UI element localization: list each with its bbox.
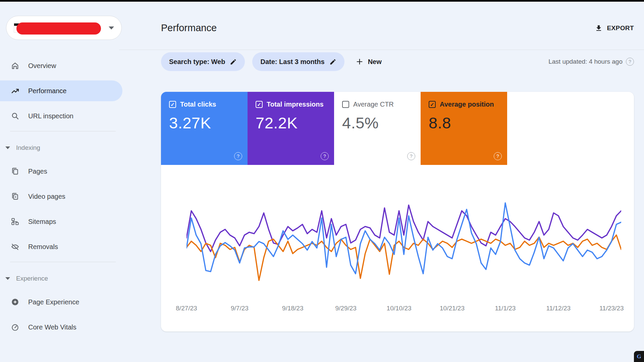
last-updated: Last updated: 4 hours ago ? bbox=[548, 58, 634, 66]
help-icon[interactable]: ? bbox=[321, 152, 329, 160]
sidebar-item-removals[interactable]: Removals bbox=[0, 236, 122, 257]
sidebar-item-label: URL inspection bbox=[28, 112, 73, 120]
metric-card-average-position[interactable]: ✓ Average position 8.8 ? bbox=[421, 92, 507, 165]
property-selector[interactable] bbox=[6, 16, 122, 40]
search-icon bbox=[11, 112, 19, 120]
x-tick-label: 11/23/23 bbox=[599, 305, 624, 312]
grammarly-icon[interactable]: G bbox=[634, 351, 644, 362]
x-tick-label: 9/7/23 bbox=[231, 305, 249, 312]
pencil-icon bbox=[329, 58, 336, 65]
metric-label: Average CTR bbox=[353, 101, 394, 108]
export-label: EXPORT bbox=[607, 24, 634, 32]
filter-chip-search-type[interactable]: Search type: Web bbox=[161, 52, 245, 71]
redaction-scribble bbox=[16, 22, 101, 35]
search-console-app: Overview Performance URL inspection Inde… bbox=[0, 0, 644, 362]
metric-value: 4.5% bbox=[342, 114, 413, 132]
pages-icon bbox=[11, 167, 19, 176]
metric-label: Average position bbox=[440, 101, 494, 108]
line-chart[interactable] bbox=[186, 171, 621, 300]
section-label: Experience bbox=[16, 275, 48, 282]
sidebar-section-experience[interactable]: Experience bbox=[0, 271, 126, 286]
metric-label: Total impressions bbox=[267, 101, 324, 108]
help-icon[interactable]: ? bbox=[494, 152, 502, 160]
page-experience-icon bbox=[11, 298, 19, 306]
window-top-bar bbox=[0, 0, 644, 2]
x-tick-label: 10/21/23 bbox=[440, 305, 465, 312]
sidebar-section-indexing[interactable]: Indexing bbox=[0, 140, 126, 156]
sidebar-item-performance[interactable]: Performance bbox=[0, 80, 122, 101]
sitemap-icon bbox=[11, 217, 19, 226]
x-tick-label: 11/12/23 bbox=[546, 305, 571, 312]
sidebar-item-label: Pages bbox=[28, 168, 47, 175]
header-divider bbox=[119, 50, 644, 50]
new-label: New bbox=[368, 58, 382, 66]
checkbox-checked-icon[interactable]: ✓ bbox=[169, 101, 176, 108]
x-tick-label: 10/10/23 bbox=[387, 305, 412, 312]
chip-label: Date: Last 3 months bbox=[260, 58, 324, 66]
performance-chart[interactable]: 8/27/23 9/7/23 9/18/23 9/29/23 10/10/23 … bbox=[186, 171, 621, 314]
last-updated-text: Last updated: 4 hours ago bbox=[548, 58, 623, 65]
new-filter-button[interactable]: New bbox=[356, 58, 382, 66]
x-tick-label: 9/29/23 bbox=[335, 305, 357, 312]
metric-value: 8.8 bbox=[429, 114, 499, 132]
chevron-down-icon bbox=[5, 146, 10, 149]
sidebar-item-label: Performance bbox=[28, 87, 67, 95]
x-axis-labels: 8/27/23 9/7/23 9/18/23 9/29/23 10/10/23 … bbox=[186, 300, 621, 314]
sidebar-item-sitemaps[interactable]: Sitemaps bbox=[0, 211, 122, 232]
section-label: Indexing bbox=[16, 144, 40, 152]
filter-chip-date[interactable]: Date: Last 3 months bbox=[252, 52, 344, 71]
sidebar-item-video-pages[interactable]: Video pages bbox=[0, 186, 122, 207]
sidebar-item-label: Page Experience bbox=[28, 298, 79, 306]
x-tick-label: 11/1/23 bbox=[495, 305, 516, 312]
metric-card-total-clicks[interactable]: ✓ Total clicks 3.27K ? bbox=[161, 92, 248, 165]
metric-value: 72.2K bbox=[256, 114, 326, 132]
chip-label: Search type: Web bbox=[169, 58, 225, 66]
sidebar-item-page-experience[interactable]: Page Experience bbox=[0, 292, 122, 312]
export-button[interactable]: EXPORT bbox=[595, 24, 634, 32]
pencil-icon bbox=[230, 58, 237, 65]
chevron-down-icon bbox=[5, 277, 10, 280]
sidebar-nav: Overview Performance URL inspection Inde… bbox=[0, 55, 126, 338]
help-icon[interactable]: ? bbox=[626, 58, 634, 66]
eye-off-icon bbox=[11, 242, 19, 251]
series-total-clicks bbox=[186, 203, 621, 274]
filter-row: Search type: Web Date: Last 3 months New… bbox=[161, 52, 634, 71]
series-average-position bbox=[186, 235, 621, 280]
x-tick-label: 8/27/23 bbox=[176, 305, 197, 312]
sidebar-item-label: Overview bbox=[28, 62, 56, 70]
sidebar: Overview Performance URL inspection Inde… bbox=[0, 2, 126, 362]
checkbox-checked-icon[interactable]: ✓ bbox=[256, 101, 263, 108]
sidebar-item-label: Sitemaps bbox=[28, 218, 56, 226]
checkbox-checked-icon[interactable]: ✓ bbox=[429, 101, 436, 108]
sidebar-item-overview[interactable]: Overview bbox=[0, 55, 122, 76]
help-icon[interactable]: ? bbox=[234, 152, 242, 160]
page-title: Performance bbox=[161, 22, 217, 34]
sidebar-item-label: Video pages bbox=[28, 193, 65, 200]
checkbox-unchecked-icon[interactable] bbox=[342, 101, 349, 108]
trending-up-icon bbox=[11, 86, 19, 95]
chevron-down-icon bbox=[109, 26, 114, 29]
sidebar-divider bbox=[10, 131, 116, 131]
x-tick-label: 9/18/23 bbox=[282, 305, 303, 312]
metric-cards: ✓ Total clicks 3.27K ? ✓ Total impressio… bbox=[161, 92, 634, 165]
sidebar-item-label: Removals bbox=[28, 243, 58, 251]
download-icon bbox=[595, 24, 603, 32]
gauge-icon bbox=[11, 323, 19, 331]
metric-card-total-impressions[interactable]: ✓ Total impressions 72.2K ? bbox=[248, 92, 334, 165]
sidebar-divider bbox=[10, 262, 116, 262]
sidebar-item-core-web-vitals[interactable]: Core Web Vitals bbox=[0, 317, 122, 338]
sidebar-item-pages[interactable]: Pages bbox=[0, 161, 122, 182]
main-content: Performance EXPORT Search type: Web Date… bbox=[126, 2, 644, 362]
home-icon bbox=[11, 61, 19, 70]
performance-panel: ✓ Total clicks 3.27K ? ✓ Total impressio… bbox=[161, 92, 634, 331]
plus-icon bbox=[356, 58, 363, 65]
help-icon[interactable]: ? bbox=[407, 152, 415, 160]
metric-value: 3.27K bbox=[169, 114, 239, 132]
sidebar-item-url-inspection[interactable]: URL inspection bbox=[0, 106, 122, 126]
sidebar-item-label: Core Web Vitals bbox=[28, 323, 76, 331]
metric-label: Total clicks bbox=[180, 101, 216, 108]
metric-card-average-ctr[interactable]: Average CTR 4.5% ? bbox=[334, 92, 421, 165]
video-pages-icon bbox=[11, 192, 19, 201]
